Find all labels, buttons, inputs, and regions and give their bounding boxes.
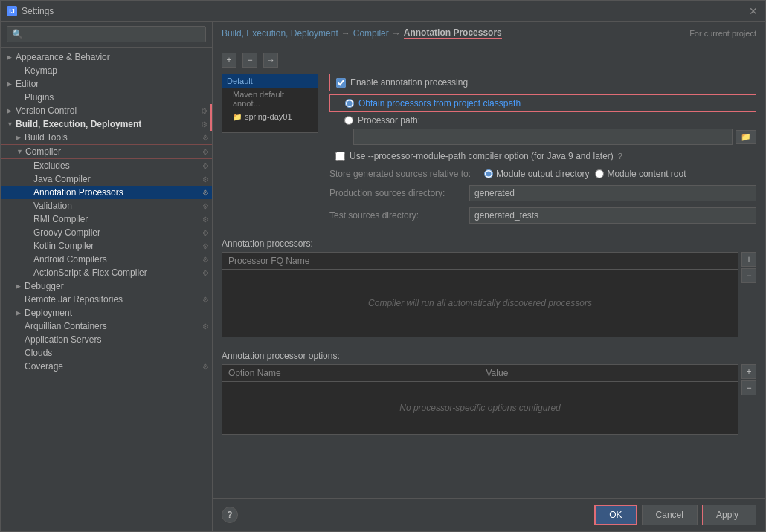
sidebar-item-build-execution[interactable]: Build, Execution, Deployment ⚙ — [1, 117, 212, 131]
settings-icon: ⚙ — [202, 134, 209, 142]
sidebar-item-label: Application Servers — [25, 334, 101, 345]
enable-annotation-row: Enable annotation processing — [329, 74, 756, 91]
sidebar-item-build-tools[interactable]: Build Tools ⚙ — [1, 131, 212, 144]
enable-annotation-checkbox[interactable] — [336, 78, 346, 88]
profile-spring-day01[interactable]: 📁 spring-day01 — [222, 110, 318, 123]
processor-fq-col: Processor FQ Name — [222, 253, 738, 269]
window-title: Settings — [22, 6, 54, 16]
sidebar-item-label: Appearance & Behavior — [16, 52, 110, 62]
annotation-options-header: Annotation processor options: — [222, 351, 756, 361]
table-body-empty: Compiler will run all automatically disc… — [222, 270, 738, 337]
apply-button[interactable]: Apply — [702, 505, 756, 525]
breadcrumb-part-1[interactable]: Build, Execution, Deployment — [222, 28, 338, 39]
add-processor-button[interactable]: + — [741, 252, 756, 267]
sidebar-item-label: Compiler — [25, 146, 61, 157]
use-module-path-checkbox[interactable] — [335, 152, 345, 161]
sidebar-item-remote-jar[interactable]: Remote Jar Repositories ⚙ — [1, 293, 212, 306]
settings-icon: ⚙ — [202, 189, 209, 197]
remove-profile-button[interactable]: − — [242, 53, 257, 68]
sidebar-item-app-servers[interactable]: Application Servers — [1, 333, 212, 346]
processor-path-row: Processor path: — [329, 115, 756, 126]
remove-option-button[interactable]: − — [741, 380, 756, 395]
breadcrumb: Build, Execution, Deployment → Compiler … — [213, 22, 765, 45]
annotation-table-side-btns: + − — [741, 252, 756, 345]
sidebar-item-label: RMI Compiler — [33, 214, 88, 224]
sidebar-item-label: Editor — [16, 79, 39, 89]
sidebar-item-deployment[interactable]: Deployment — [1, 306, 212, 319]
production-sources-label: Production sources directory: — [329, 188, 463, 198]
test-sources-label: Test sources directory: — [329, 210, 463, 221]
triangle-icon — [7, 107, 16, 114]
help-tooltip-icon[interactable]: ? — [618, 152, 622, 160]
sidebar-item-clouds[interactable]: Clouds — [1, 346, 212, 360]
sidebar-item-excludes[interactable]: Excludes ⚙ — [1, 159, 212, 172]
app-icon: IJ — [7, 6, 17, 16]
sidebar-item-keymap[interactable]: Keymap — [1, 64, 212, 77]
browse-button[interactable]: 📁 — [736, 130, 756, 144]
sidebar-item-coverage[interactable]: Coverage ⚙ — [1, 360, 212, 373]
profile-maven-default[interactable]: Maven default annot... — [222, 88, 318, 110]
options-area: Enable annotation processing Obtain proc… — [329, 74, 756, 230]
options-table-side-btns: + − — [741, 364, 756, 442]
settings-icon: ⚙ — [202, 162, 209, 170]
settings-icon: ⚙ — [202, 269, 209, 277]
annotation-options-table-wrapper: Option Name Value No processor-specific … — [222, 364, 756, 442]
sidebar-item-annotation-processors[interactable]: Annotation Processors ⚙ — [1, 186, 212, 199]
remove-processor-button[interactable]: − — [741, 268, 756, 283]
triangle-icon — [7, 120, 16, 128]
right-panel: Build, Execution, Deployment → Compiler … — [213, 22, 765, 531]
obtain-processors-radio[interactable] — [345, 99, 354, 108]
sidebar-item-kotlin-compiler[interactable]: Kotlin Compiler ⚙ — [1, 239, 212, 253]
processor-path-label: Processor path: — [358, 115, 420, 126]
title-bar-left: IJ Settings — [7, 6, 54, 16]
add-option-button[interactable]: + — [741, 364, 756, 379]
obtain-processors-label: Obtain processors from project classpath — [358, 98, 521, 108]
search-input[interactable] — [7, 26, 206, 42]
sidebar-item-groovy-compiler[interactable]: Groovy Compiler ⚙ — [1, 226, 212, 239]
test-sources-input[interactable] — [469, 207, 756, 224]
annotation-options-table: Option Name Value No processor-specific … — [222, 364, 738, 435]
sidebar-item-rmi-compiler[interactable]: RMI Compiler ⚙ — [1, 213, 212, 226]
sidebar-item-compiler[interactable]: Compiler ⚙ — [1, 144, 212, 159]
sidebar-item-debugger[interactable]: Debugger — [1, 279, 212, 293]
sidebar-item-android-compilers[interactable]: Android Compilers ⚙ — [1, 253, 212, 266]
production-sources-input[interactable] — [469, 185, 756, 201]
sidebar-item-appearance-behavior[interactable]: Appearance & Behavior — [1, 51, 212, 64]
settings-icon: ⚙ — [202, 242, 209, 250]
profile-label: spring-day01 — [245, 112, 292, 121]
module-output-radio[interactable] — [484, 169, 493, 178]
sidebar-item-java-compiler[interactable]: Java Compiler ⚙ — [1, 172, 212, 186]
sidebar: Appearance & Behavior Keymap Editor Plug… — [1, 22, 213, 531]
module-content-label: Module content root — [607, 169, 686, 179]
use-module-path-row: Use --processor-module-path compiler opt… — [329, 151, 756, 161]
profile-default[interactable]: Default — [222, 74, 318, 88]
processor-path-input[interactable] — [353, 129, 733, 145]
search-box — [1, 22, 212, 48]
add-profile-button[interactable]: + — [222, 53, 236, 68]
sidebar-item-editor[interactable]: Editor — [1, 77, 212, 91]
module-content-radio[interactable] — [595, 169, 604, 178]
sidebar-item-label: Remote Jar Repositories — [25, 294, 123, 305]
breadcrumb-part-2[interactable]: Compiler — [353, 28, 389, 39]
sidebar-item-label: Debugger — [25, 281, 64, 291]
sidebar-item-plugins[interactable]: Plugins — [1, 91, 212, 104]
sidebar-item-label: Java Compiler — [33, 174, 91, 184]
ok-button[interactable]: OK — [594, 505, 637, 525]
sidebar-item-arquillian[interactable]: Arquillian Containers ⚙ — [1, 319, 212, 333]
settings-icon: ⚙ — [202, 229, 209, 237]
help-button[interactable]: ? — [222, 507, 238, 523]
sidebar-item-validation[interactable]: Validation ⚙ — [1, 199, 212, 213]
navigate-button[interactable]: → — [263, 53, 278, 68]
sidebar-item-version-control[interactable]: Version Control ⚙ — [1, 104, 212, 117]
sidebar-item-label: ActionScript & Flex Compiler — [33, 267, 147, 278]
cancel-button[interactable]: Cancel — [642, 505, 698, 525]
close-button[interactable]: ✕ — [747, 5, 759, 17]
options-table-header-row: Option Name Value — [222, 365, 738, 382]
sidebar-item-actionscript-flex[interactable]: ActionScript & Flex Compiler ⚙ — [1, 266, 212, 279]
sidebar-item-label: Plugins — [25, 92, 54, 103]
option-name-col: Option Name — [222, 365, 480, 381]
obtain-processors-row: Obtain processors from project classpath — [329, 94, 756, 112]
settings-icon: ⚙ — [202, 202, 209, 210]
store-generated-row: Store generated sources relative to: Mod… — [329, 169, 756, 179]
processor-path-radio[interactable] — [344, 116, 353, 125]
